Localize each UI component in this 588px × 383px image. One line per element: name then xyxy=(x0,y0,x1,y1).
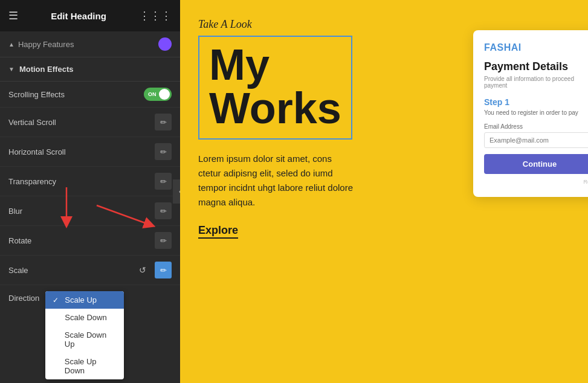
panel-collapse-button[interactable]: ‹ xyxy=(173,179,180,204)
dropdown-item-scale-up-down[interactable]: Scale Up Down xyxy=(45,353,124,379)
scale-down-option: Scale Down xyxy=(65,313,106,322)
my-works-heading: My Works xyxy=(209,43,341,130)
chevron-up-icon: ▲ xyxy=(8,41,15,48)
scale-up-option: Scale Up xyxy=(65,295,97,304)
panel-title: Edit Heading xyxy=(51,11,106,21)
vertical-scroll-edit-button[interactable]: ✏ xyxy=(155,114,172,130)
rotate-label: Rotate xyxy=(8,236,155,245)
scale-dropdown-area: Direction ✓ Scale Up Scale Down Scale Do… xyxy=(0,285,180,383)
card-footer-text: Re-g xyxy=(484,179,588,185)
direction-label: Direction xyxy=(8,291,39,303)
right-panel: Take A Look My Works Lorem ipsum dolor s… xyxy=(180,0,588,383)
blur-row: Blur ✏ xyxy=(0,196,180,226)
email-input[interactable] xyxy=(484,132,588,148)
continue-button[interactable]: Continue xyxy=(484,154,588,174)
direction-row: Direction ✓ Scale Up Scale Down Scale Do… xyxy=(0,285,180,383)
scale-edit-button[interactable]: ✏ xyxy=(155,262,172,278)
direction-dropdown[interactable]: ✓ Scale Up Scale Down Scale Down Up Scal… xyxy=(45,291,124,379)
scrolling-effects-toggle[interactable]: ON xyxy=(144,88,172,101)
scale-label: Scale xyxy=(8,266,134,275)
happy-features-label: Happy Features xyxy=(18,40,74,49)
step-label: Step 1 xyxy=(484,97,588,107)
email-label: Email Address xyxy=(484,123,588,130)
horizontal-scroll-edit-button[interactable]: ✏ xyxy=(155,143,172,160)
dropdown-item-scale-down[interactable]: Scale Down xyxy=(45,309,124,326)
rotate-row: Rotate ✏ xyxy=(0,226,180,256)
blur-edit-button[interactable]: ✏ xyxy=(155,202,172,219)
horizontal-scroll-label: Horizontal Scroll xyxy=(8,147,155,156)
toggle-knob xyxy=(159,89,170,100)
step-desc: You need to register in order to pay xyxy=(484,109,588,116)
happy-features-badge xyxy=(158,37,172,51)
toggle-on-label: ON xyxy=(148,91,157,97)
payment-card: FASHAI Payment Details Provide all infor… xyxy=(473,30,588,197)
dropdown-item-scale-up[interactable]: ✓ Scale Up xyxy=(45,291,124,309)
transparency-label: Transparency xyxy=(8,177,155,186)
explore-link[interactable]: Explore xyxy=(198,224,238,239)
grid-icon[interactable]: ⋮⋮⋮ xyxy=(139,9,172,22)
scrolling-effects-row: Scrolling Effects ON xyxy=(0,82,180,108)
transparency-row: Transparency ✏ xyxy=(0,167,180,196)
card-brand: FASHAI xyxy=(484,42,588,53)
transparency-edit-button[interactable]: ✏ xyxy=(155,173,172,190)
happy-features-row[interactable]: ▲ Happy Features xyxy=(0,31,180,57)
left-panel: ☰ Edit Heading ⋮⋮⋮ ▲ Happy Features ▼ Mo… xyxy=(0,0,180,383)
rotate-edit-button[interactable]: ✏ xyxy=(155,232,172,249)
chevron-down-icon: ▼ xyxy=(8,66,15,72)
top-bar: ☰ Edit Heading ⋮⋮⋮ xyxy=(0,0,180,31)
payment-details-title: Payment Details xyxy=(484,60,588,73)
scale-row: Scale ↺ ✏ xyxy=(0,256,180,285)
body-text: Lorem ipsum dolor sit amet, cons ctetur … xyxy=(198,152,355,210)
scrolling-effects-label: Scrolling Effects xyxy=(8,90,65,99)
my-works-box: My Works xyxy=(198,36,352,140)
scale-reset-button[interactable]: ↺ xyxy=(134,262,151,278)
motion-effects-header[interactable]: ▼ Motion Effects xyxy=(0,57,180,82)
take-a-look-text: Take A Look xyxy=(198,18,570,31)
vertical-scroll-row: Vertical Scroll ✏ xyxy=(0,108,180,137)
payment-subtitle: Provide all information to proceed payme… xyxy=(484,76,588,89)
hamburger-icon[interactable]: ☰ xyxy=(8,9,18,22)
motion-effects-label: Motion Effects xyxy=(19,65,74,74)
vertical-scroll-label: Vertical Scroll xyxy=(8,118,155,127)
dropdown-item-scale-down-up[interactable]: Scale Down Up xyxy=(45,326,124,353)
scale-down-up-option: Scale Down Up xyxy=(65,330,117,349)
blur-label: Blur xyxy=(8,207,155,216)
scale-up-down-option: Scale Up Down xyxy=(65,357,117,375)
horizontal-scroll-row: Horizontal Scroll ✏ xyxy=(0,137,180,167)
check-icon: ✓ xyxy=(53,296,61,304)
